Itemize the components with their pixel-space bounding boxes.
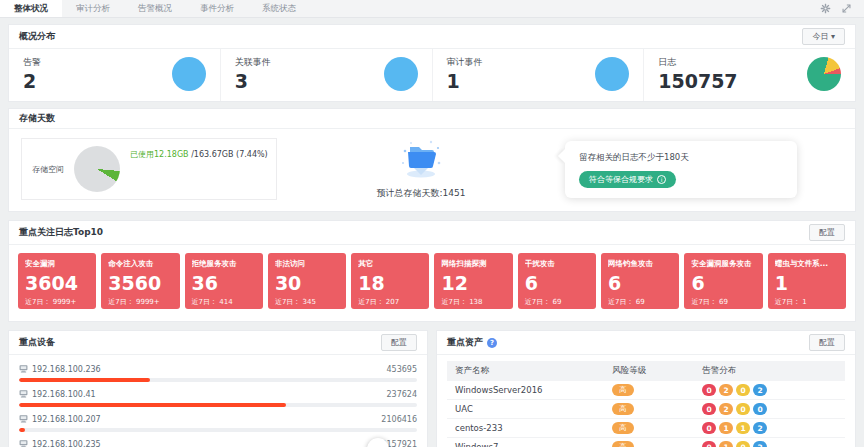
- device-bar-fill: [19, 378, 150, 382]
- device-count: 453695: [386, 365, 417, 374]
- log-card-recent: 近7日： 207: [358, 297, 422, 307]
- alert-count-badge: 2: [753, 441, 767, 447]
- storage-title: 存储天数: [19, 112, 55, 125]
- top-tab-bar: 整体状况审计分析告警概况事件分析系统状态: [0, 0, 864, 18]
- device-line: 192.168.100.41237624: [19, 389, 417, 400]
- period-dropdown[interactable]: 今日 ▾: [802, 28, 845, 45]
- tab-alert-overview[interactable]: 告警概况: [124, 0, 186, 17]
- asset-name: Windows7: [455, 442, 612, 447]
- tab-audit-analysis[interactable]: 审计分析: [62, 0, 124, 17]
- log-card-8[interactable]: 网络钓鱼攻击6近7日： 69: [601, 253, 679, 309]
- asset-row[interactable]: centos-233高0112: [447, 419, 845, 438]
- compliance-badge[interactable]: 符合等保合规要求 i: [579, 171, 676, 188]
- chevron-down-icon: ▾: [831, 32, 835, 41]
- storage-section: 存储天数 存储空间 已使用12.18GB /163.67GB (7.44%): [8, 108, 856, 212]
- asset-risk-cell: 高: [612, 441, 702, 447]
- alert-count-badge: 0: [702, 384, 716, 396]
- device-row[interactable]: 192.168.100.2352157921: [19, 439, 417, 447]
- stat-label: 告警: [23, 56, 41, 69]
- log-card-1[interactable]: 安全漏洞3604近7日： 9999+: [18, 253, 96, 309]
- device-bar-fill: [19, 428, 25, 432]
- storage-estimate: 预计总存储天数:1451: [277, 139, 565, 200]
- alert-count-badge: 0: [753, 403, 767, 415]
- device-ip: 192.168.100.235: [19, 439, 101, 447]
- log-card-9[interactable]: 安全漏洞服务攻击6近7日： 69: [684, 253, 762, 309]
- computer-icon: [19, 364, 28, 375]
- asset-name: WindowsServer2016: [455, 385, 612, 395]
- stat-correlated-events: 关联事件3: [220, 49, 432, 101]
- asset-row[interactable]: Windows7高0102: [447, 438, 845, 447]
- log-card-value: 1: [775, 274, 839, 294]
- device-list: 192.168.100.236453695192.168.100.4123762…: [9, 355, 427, 447]
- computer-icon: [19, 389, 28, 400]
- overview-stats: 告警2关联事件3审计事件1日志150757: [9, 49, 855, 101]
- log-card-6[interactable]: 网络扫描探测12近7日： 138: [434, 253, 512, 309]
- key-assets-header: 重点资产 ? 配置: [437, 331, 855, 355]
- log-card-title: 安全漏洞: [25, 259, 89, 269]
- period-dropdown-value: 今日: [812, 32, 828, 41]
- tab-overall-status[interactable]: 整体状况: [0, 0, 62, 17]
- alert-count-badge: 0: [736, 403, 750, 415]
- alert-distribution: 0102: [702, 441, 837, 447]
- device-count: 237624: [386, 390, 417, 399]
- asset-risk-cell: 高: [612, 403, 702, 415]
- computer-icon: [19, 414, 28, 425]
- top-logs-section: 重点关注日志Top10 配置 安全漏洞3604近7日： 9999+命令注入攻击3…: [8, 220, 856, 322]
- log-card-7[interactable]: 干扰攻击6近7日： 69: [518, 253, 596, 309]
- log-card-value: 30: [275, 274, 339, 294]
- log-card-title: 网络扫描探测: [441, 259, 505, 269]
- key-assets-config-button[interactable]: 配置: [809, 334, 845, 351]
- assets-column-header-0: 资产名称: [455, 365, 612, 377]
- help-icon[interactable]: ?: [487, 338, 497, 348]
- assets-column-header-1: 风险等级: [612, 365, 702, 377]
- top-logs-config-button[interactable]: 配置: [809, 224, 845, 241]
- key-assets-panel: 重点资产 ? 配置 资产名称风险等级告警分布 WindowsServer2016…: [436, 330, 856, 447]
- device-row[interactable]: 192.168.100.236453695: [19, 364, 417, 382]
- log-card-2[interactable]: 命令注入攻击3560近7日： 9999+: [101, 253, 179, 309]
- expand-icon[interactable]: [841, 3, 852, 14]
- device-line: 192.168.100.2352157921: [19, 439, 417, 447]
- log-card-value: 12: [441, 274, 505, 294]
- stat-logs: 日志150757: [643, 49, 855, 101]
- device-ip-text: 192.168.100.236: [32, 365, 101, 374]
- log-card-value: 36: [192, 274, 256, 294]
- log-card-4[interactable]: 非法访问30近7日： 345: [268, 253, 346, 309]
- tab-system-status[interactable]: 系统状态: [248, 0, 310, 17]
- folder-icon: [398, 166, 444, 185]
- log-card-recent: 近7日： 69: [691, 297, 755, 307]
- asset-row[interactable]: WindowsServer2016高0202: [447, 381, 845, 400]
- alert-count-badge: 0: [702, 422, 716, 434]
- key-devices-panel: 重点设备 配置 192.168.100.236453695192.168.100…: [8, 330, 428, 447]
- log-card-3[interactable]: 拒绝服务攻击36近7日： 414: [185, 253, 263, 309]
- device-bar-track: [19, 428, 417, 432]
- stat-label: 日志: [658, 56, 737, 69]
- device-ip: 192.168.100.207: [19, 414, 101, 425]
- device-line: 192.168.100.236453695: [19, 364, 417, 375]
- storage-used-label: 已使用: [130, 150, 154, 159]
- device-row[interactable]: 192.168.100.41237624: [19, 389, 417, 407]
- log-card-5[interactable]: 其它18近7日： 207: [351, 253, 429, 309]
- key-devices-config-button[interactable]: 配置: [381, 334, 417, 351]
- stat-label: 审计事件: [447, 56, 483, 69]
- alert-count-badge: 0: [736, 384, 750, 396]
- device-line: 192.168.100.2072106416: [19, 414, 417, 425]
- asset-row[interactable]: UAC高0200: [447, 400, 845, 419]
- log-card-10[interactable]: 蠕虫与文件系...1近7日： 1: [768, 253, 846, 309]
- stat-value: 3: [235, 70, 271, 92]
- log-card-value: 3560: [108, 274, 172, 294]
- log-card-recent: 近7日： 414: [192, 297, 256, 307]
- gear-icon[interactable]: [820, 3, 831, 14]
- device-row[interactable]: 192.168.100.2072106416: [19, 414, 417, 432]
- log-card-recent: 近7日： 138: [441, 297, 505, 307]
- assets-table: 资产名称风险等级告警分布 WindowsServer2016高0202UAC高0…: [447, 361, 845, 447]
- stat-alerts-text: 告警2: [23, 56, 41, 92]
- log-card-title: 蠕虫与文件系...: [775, 259, 839, 269]
- alert-count-badge: 0: [702, 403, 716, 415]
- tab-event-analysis[interactable]: 事件分析: [186, 0, 248, 17]
- log-card-title: 命令注入攻击: [108, 259, 172, 269]
- storage-days-caption: 预计总存储天数:1451: [277, 187, 565, 200]
- alert-count-badge: 2: [719, 403, 733, 415]
- alert-count-badge: 2: [753, 422, 767, 434]
- asset-risk-cell: 高: [612, 384, 702, 396]
- alert-count-badge: 1: [719, 441, 733, 447]
